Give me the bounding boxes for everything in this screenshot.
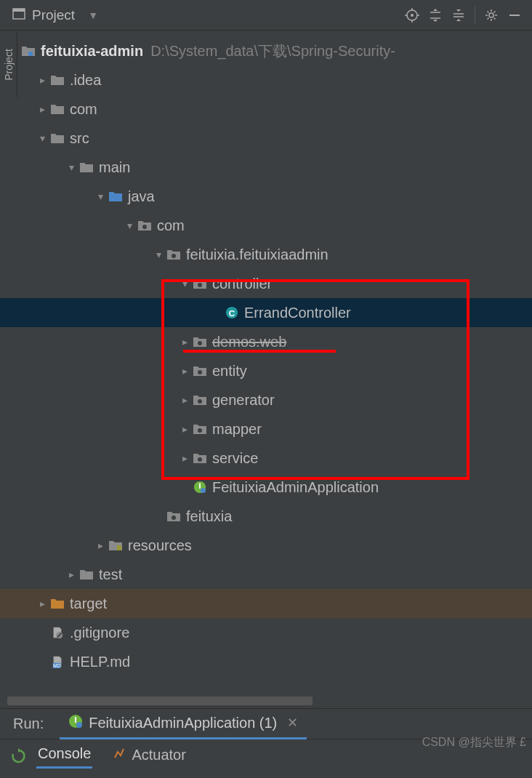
chevron-right-icon[interactable]: ▸ [35,74,49,86]
gear-icon[interactable] [480,4,503,27]
chevron-down-icon[interactable]: ▾ [64,161,78,173]
package-icon [192,335,208,348]
chevron-right-icon[interactable]: ▸ [35,598,49,609]
tree-item-feituxia[interactable]: ▸ feituxia [0,502,532,531]
toolbar-separator [475,7,475,24]
tree-label: mapper [212,421,262,438]
chevron-right-icon[interactable]: ▸ [177,365,192,377]
project-label: Project [32,7,75,23]
svg-marker-39 [18,748,21,753]
tree-label: com [70,101,97,118]
svg-marker-10 [433,9,438,11]
chevron-down-icon[interactable]: ▾ [35,132,49,144]
locate-icon[interactable] [400,4,424,27]
actuator-tab[interactable]: Actuator [111,742,187,768]
resources-folder-icon [108,539,124,552]
tree-item-com-pkg[interactable]: ▾ com [0,211,532,240]
console-tab[interactable]: Console [36,741,92,769]
svg-point-3 [411,14,414,17]
tree-label: feituxia [186,508,232,525]
chevron-down-icon[interactable]: ▾ [93,191,108,202]
run-label: Run: [6,715,51,732]
side-tab-label: Project [3,49,15,81]
svg-text:C: C [229,308,235,318]
chevron-right-icon[interactable]: ▸ [93,540,108,551]
run-tab[interactable]: FeituixiaAdminApplication (1) ✕ [60,709,307,739]
tree-item-mapper[interactable]: ▸ mapper [0,414,532,444]
chevron-right-icon[interactable]: ▸ [177,423,192,435]
tree-item-entity[interactable]: ▸ entity [0,356,532,385]
tree-label: HELP.md [70,654,130,670]
svg-point-30 [201,488,206,493]
tree-item-java[interactable]: ▾ java [0,182,532,211]
folder-icon [78,161,94,174]
chevron-down-icon[interactable]: ▾ [151,249,166,260]
rerun-button[interactable] [10,748,26,767]
svg-point-28 [198,457,202,462]
tree-label: service [212,450,258,467]
package-icon [192,452,208,465]
svg-point-31 [172,516,176,520]
tree-item-service[interactable]: ▸ service [0,444,532,473]
chevron-right-icon[interactable]: ▸ [64,569,78,580]
package-icon [192,422,208,436]
svg-point-26 [198,399,202,404]
package-icon [192,277,208,290]
close-icon[interactable]: ✕ [287,715,298,731]
tree-item-generator[interactable]: ▸ generator [0,385,532,414]
tree-label: feituixia.feituixiaadmin [186,246,329,263]
tree-item-application[interactable]: ▸ FeituixiaAdminApplication [0,473,532,502]
tree-label: ErrandController [244,305,351,321]
tree-item-test[interactable]: ▸ test [0,560,532,589]
watermark: CSDN @指尖世界 £ [422,735,526,750]
svg-marker-14 [456,9,461,12]
tree-item-help[interactable]: ▸ MD HELP.md [0,647,532,676]
tree-item-com[interactable]: ▸ com [0,95,532,124]
svg-rect-18 [28,52,33,56]
project-view-selector[interactable]: Project ▼ [6,4,104,27]
tree-item-feituixia-pkg[interactable]: ▾ feituixia.feituixiaadmin [0,240,532,269]
hide-icon[interactable] [503,4,526,27]
tree-item-demos-web[interactable]: ▸ demos.web [0,327,532,356]
tree-label: feituixia-admin [41,43,143,60]
tree-item-main[interactable]: ▾ main [0,153,532,182]
tree-item-controller[interactable]: ▾ controller [0,269,532,298]
folder-icon [49,103,65,116]
actuator-icon [113,747,126,763]
project-side-tab[interactable]: Project [0,32,17,97]
folder-icon [49,132,65,145]
chevron-right-icon[interactable]: ▸ [177,394,192,406]
source-folder-icon [108,190,124,203]
horizontal-scrollbar[interactable] [7,697,313,705]
tree-item-errand-controller[interactable]: ▸ C ErrandController [0,298,532,327]
svg-point-24 [198,341,202,345]
tree-label: src [70,130,89,147]
tree-item-resources[interactable]: ▸ resources [0,531,532,560]
tree-item-gitignore[interactable]: ▸ .gitignore [0,618,532,647]
tree-root[interactable]: ▾ feituixia-admin D:\System_data\下载\Spri… [0,36,532,65]
svg-point-25 [198,370,202,374]
svg-point-38 [76,722,82,728]
tree-label: .idea [70,72,101,89]
tree-label: resources [128,537,192,554]
expand-all-icon[interactable] [424,4,447,27]
chevron-right-icon[interactable]: ▸ [35,103,49,115]
tree-item-idea[interactable]: ▸ .idea [0,65,532,95]
svg-marker-15 [456,19,461,21]
chevron-down-icon[interactable]: ▾ [122,220,137,231]
tree-label: main [99,159,130,176]
chevron-right-icon[interactable]: ▸ [177,336,192,348]
project-toolbar: Project ▼ [0,0,532,31]
tree-label: entity [212,363,247,380]
svg-point-27 [198,428,202,433]
file-icon [49,626,65,639]
tree-item-target[interactable]: ▸ target [0,589,532,618]
tree-item-src[interactable]: ▾ src [0,124,532,153]
project-icon [12,7,26,24]
chevron-right-icon[interactable]: ▸ [177,452,192,464]
collapse-all-icon[interactable] [447,4,470,27]
chevron-down-icon[interactable]: ▾ [177,278,192,289]
svg-point-16 [489,13,493,17]
actuator-tab-label: Actuator [132,747,185,763]
tree-label: .gitignore [70,625,129,641]
